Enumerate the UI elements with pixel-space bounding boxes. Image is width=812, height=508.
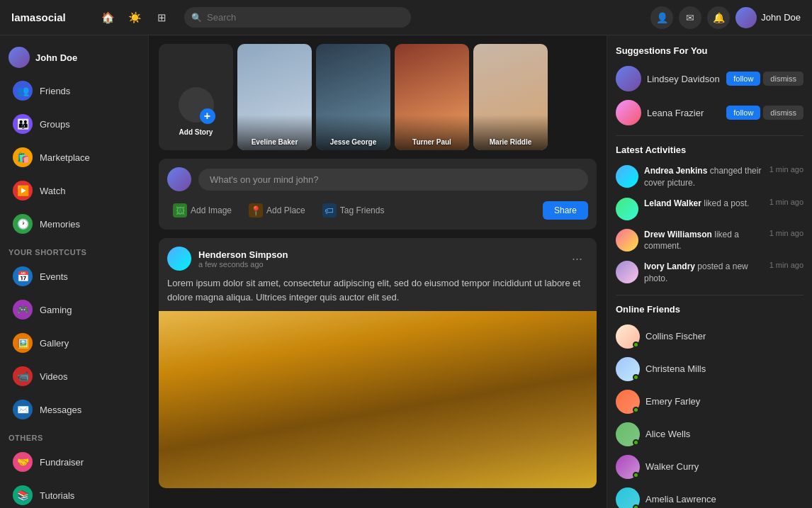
sun-icon[interactable]: ☀️ [123, 6, 146, 29]
topnav: lamasocial 🏠 ☀️ ⊞ 🔍 👤 ✉ 🔔 John Doe [0, 0, 812, 35]
sidebar-groups-label: Groups [40, 119, 70, 130]
fundraiser-icon: 🤝 [13, 452, 33, 472]
sidebar-item-marketplace[interactable]: 🛍️ Marketplace [4, 141, 144, 174]
suggestion-sug1: Lindsey Davidson follow dismiss [616, 62, 803, 96]
suggestion-name: Leana Frazier [647, 108, 721, 118]
main-layout: John Doe 👥 Friends 👪 Groups 🛍️ Marketpla… [0, 35, 812, 508]
dismiss-button[interactable]: dismiss [763, 72, 803, 86]
story-story4[interactable]: Marie Riddle [473, 44, 548, 150]
sidebar-gaming-label: Gaming [40, 305, 72, 315]
activity-user: Andrea Jenkins [644, 166, 707, 176]
events-icon: 📅 [13, 266, 33, 286]
sidebar-item-groups[interactable]: 👪 Groups [4, 108, 144, 140]
story-name: Jesse George [316, 138, 390, 146]
sidebar-item-events[interactable]: 📅 Events [4, 260, 144, 293]
dismiss-button[interactable]: dismiss [763, 106, 803, 120]
sidebar-tutorials-label: Tutorials [40, 490, 74, 501]
user-menu[interactable]: John Doe [735, 7, 801, 28]
follow-button[interactable]: follow [726, 106, 760, 120]
online-friend-name: Collins Fischer [645, 331, 706, 342]
add-place-label: Add Place [266, 205, 305, 215]
tag-friends-action[interactable]: 🏷 Tag Friends [317, 200, 390, 221]
activity-text: Drew Williamson liked a comment. [644, 229, 764, 253]
sidebar-user-profile[interactable]: John Doe [0, 41, 148, 74]
sidebar-username: John Doe [35, 52, 77, 63]
follow-button[interactable]: follow [726, 72, 760, 86]
suggestion-sug2: Leana Frazier follow dismiss [616, 96, 803, 130]
post-image-placeholder [159, 311, 597, 488]
online-indicator [633, 342, 639, 348]
memories-icon: 🕐 [13, 214, 33, 234]
online-indicator [633, 504, 639, 508]
post-time: a few seconds ago [198, 260, 559, 269]
post-more-button[interactable]: ··· [566, 249, 588, 268]
online-indicator [633, 472, 639, 478]
online-friend-of6[interactable]: Amelia Lawrence [616, 483, 803, 508]
messages-icon[interactable]: ✉ [679, 6, 701, 29]
online-avatar-wrap [616, 324, 640, 349]
online-indicator [633, 374, 639, 380]
sidebar-gallery-label: Gallery [40, 338, 69, 349]
friends-icon: 👥 [13, 81, 33, 101]
online-avatar-wrap [616, 455, 640, 479]
stories-row: + Add Story Eveline Baker Jesse George T… [149, 35, 607, 159]
sidebar-shortcuts: 📅 Events 🎮 Gaming 🖼️ Gallery 📹 Videos ✉️… [0, 260, 148, 426]
topnav-icon-group: 🏠 ☀️ ⊞ [96, 6, 173, 29]
online-friend-of2[interactable]: Christena Mills [616, 353, 803, 385]
grid-icon[interactable]: ⊞ [150, 6, 173, 29]
suggestion-actions: follow dismiss [726, 72, 803, 86]
activities-list: Andrea Jenkins changed their cover pictu… [616, 161, 803, 289]
notifications-icon[interactable]: 🔔 [707, 6, 730, 29]
sidebar-messages-label: Messages [40, 405, 81, 415]
online-friend-of1[interactable]: Collins Fischer [616, 320, 803, 353]
story-name: Turner Paul [395, 138, 469, 146]
share-button[interactable]: Share [543, 201, 588, 220]
online-friend-of5[interactable]: Walker Curry [616, 451, 803, 483]
sidebar-videos-label: Videos [40, 371, 68, 382]
gallery-icon: 🖼️ [13, 333, 33, 353]
suggestion-avatar [616, 66, 641, 91]
create-post-box: What's on your mind john? 🖼 Add Image 📍 … [159, 159, 597, 230]
others-section-label: Others [0, 427, 148, 445]
add-place-action[interactable]: 📍 Add Place [243, 200, 311, 221]
username-label: John Doe [761, 12, 801, 23]
sidebar-item-friends[interactable]: 👥 Friends [4, 74, 144, 107]
search-input[interactable] [184, 7, 411, 28]
sidebar-item-tutorials[interactable]: 📚 Tutorials [4, 479, 144, 508]
post-username: Henderson Simpson [198, 249, 559, 260]
shortcuts-section-label: Your shortcuts [0, 241, 148, 259]
activity-act3: Drew Williamson liked a comment. 1 min a… [616, 225, 803, 257]
online-list: Collins Fischer Christena Mills Emery Fa… [616, 320, 803, 508]
sidebar-item-fundraiser[interactable]: 🤝 Fundraiser [4, 446, 144, 478]
sidebar-friends-label: Friends [40, 86, 70, 96]
home-icon[interactable]: 🏠 [96, 6, 119, 29]
story-story3[interactable]: Turner Paul [395, 44, 469, 150]
online-friend-of4[interactable]: Alice Wells [616, 418, 803, 451]
sidebar-item-videos[interactable]: 📹 Videos [4, 360, 144, 393]
suggestion-avatar [616, 100, 641, 125]
add-image-action[interactable]: 🖼 Add Image [167, 200, 237, 221]
messages-icon: ✉️ [13, 400, 33, 419]
activities-title: Latest Activities [616, 142, 803, 155]
sidebar-item-gaming[interactable]: 🎮 Gaming [4, 293, 144, 326]
sidebar-item-messages[interactable]: ✉️ Messages [4, 393, 144, 426]
gaming-icon: 🎮 [13, 300, 33, 320]
divider-1 [616, 135, 803, 136]
story-story2[interactable]: Jesse George [316, 44, 390, 150]
profile-icon[interactable]: 👤 [650, 6, 673, 29]
watch-icon: ▶️ [13, 181, 33, 201]
add-image-label: Add Image [191, 205, 232, 215]
online-indicator [633, 439, 639, 446]
activity-avatar [616, 198, 638, 220]
post-user-info: Henderson Simpson a few seconds ago [198, 249, 559, 269]
sidebar-item-watch[interactable]: ▶️ Watch [4, 174, 144, 207]
online-indicator [633, 407, 639, 413]
online-friend-of3[interactable]: Emery Farley [616, 385, 803, 418]
sidebar-item-memories[interactable]: 🕐 Memories [4, 208, 144, 240]
tutorials-icon: 📚 [13, 485, 33, 505]
online-avatar-wrap [616, 422, 640, 446]
post-input[interactable]: What's on your mind john? [198, 169, 588, 191]
story-story1[interactable]: Eveline Baker [237, 44, 312, 150]
sidebar-item-gallery[interactable]: 🖼️ Gallery [4, 327, 144, 359]
story-add[interactable]: + Add Story [159, 44, 233, 150]
